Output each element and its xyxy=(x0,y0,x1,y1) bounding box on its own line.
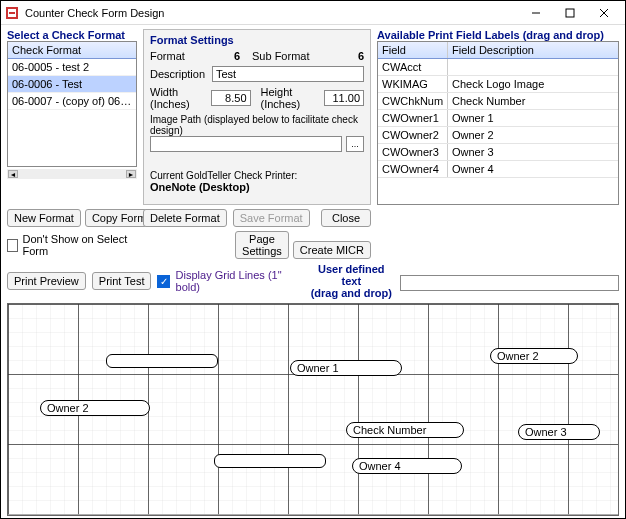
field-cell-name: CWOwner1 xyxy=(378,110,448,126)
field-table[interactable]: Field Field Description CWAcctWKIMAGChec… xyxy=(377,41,619,205)
format-settings-title: Format Settings xyxy=(150,34,364,46)
close-button[interactable] xyxy=(587,2,621,24)
app-icon xyxy=(5,6,19,20)
printer-label: Current GoldTeller Check Printer: xyxy=(150,170,364,181)
svg-rect-4 xyxy=(566,9,574,17)
new-format-button[interactable]: New Format xyxy=(7,209,81,227)
format-list-item[interactable]: 06-0005 - test 2 xyxy=(8,59,136,76)
field-cell-name: CWOwner2 xyxy=(378,127,448,143)
field-table-header: Field Field Description xyxy=(378,42,618,59)
field-cell-name: WKIMAG xyxy=(378,76,448,92)
field-cell-desc xyxy=(448,59,618,75)
field-cell-desc: Owner 3 xyxy=(448,144,618,160)
design-check-number[interactable]: Check Number xyxy=(346,422,464,438)
svg-rect-2 xyxy=(9,12,15,14)
field-table-row[interactable]: CWOwner1Owner 1 xyxy=(378,110,618,127)
design-owner1[interactable]: Owner 1 xyxy=(290,360,402,376)
height-input[interactable] xyxy=(324,90,364,106)
design-canvas[interactable]: Owner 1 Owner 2 Owner 2 Check Number Own… xyxy=(7,303,619,516)
field-cell-name: CWAcct xyxy=(378,59,448,75)
subformat-label: Sub Format xyxy=(252,50,309,62)
format-label: Format xyxy=(150,50,196,62)
minimize-button[interactable] xyxy=(519,2,553,24)
field-table-row[interactable]: CWAcct xyxy=(378,59,618,76)
scroll-right-icon[interactable]: ► xyxy=(126,170,136,178)
imagepath-input[interactable] xyxy=(150,136,342,152)
field-cell-desc: Check Logo Image xyxy=(448,76,618,92)
field-header-field: Field xyxy=(378,42,448,58)
display-grid-checkbox[interactable]: ✓ xyxy=(157,275,169,288)
format-value: 6 xyxy=(200,50,240,62)
user-defined-text-input[interactable] xyxy=(400,275,619,291)
window-buttons xyxy=(519,2,621,24)
display-grid-label: Display Grid Lines (1" bold) xyxy=(176,269,299,293)
dont-show-checkbox[interactable] xyxy=(7,239,18,252)
mid-column: Format Settings Format 6 Sub Format 6 De… xyxy=(143,29,371,205)
lower-toolbar: Print Preview Print Test ✓ Display Grid … xyxy=(7,263,619,299)
delete-format-button[interactable]: Delete Format xyxy=(143,209,227,227)
user-defined-text-label[interactable]: User defined text(drag and drop) xyxy=(310,263,392,299)
top-panels: Select a Check Format Check Format 06-00… xyxy=(7,29,619,205)
field-cell-name: CWChkNum xyxy=(378,93,448,109)
field-table-row[interactable]: CWOwner2Owner 2 xyxy=(378,127,618,144)
left-column: Select a Check Format Check Format 06-00… xyxy=(7,29,137,205)
create-micr-button[interactable]: Create MICR xyxy=(293,241,371,259)
format-list-hscroll[interactable]: ◄ ► xyxy=(7,169,137,179)
design-blank-1[interactable] xyxy=(106,354,218,368)
format-listbox[interactable]: Check Format 06-0005 - test 206-0006 - T… xyxy=(7,41,137,167)
print-test-button[interactable]: Print Test xyxy=(92,272,152,290)
select-format-title: Select a Check Format xyxy=(7,29,137,41)
field-cell-desc: Owner 4 xyxy=(448,161,618,177)
field-table-row[interactable]: WKIMAGCheck Logo Image xyxy=(378,76,618,93)
dont-show-label: Don't Show on Select Form xyxy=(22,233,137,257)
design-owner2-a[interactable]: Owner 2 xyxy=(490,348,578,364)
app-window: Counter Check Form Design Select a Check… xyxy=(0,0,626,519)
browse-button[interactable]: ... xyxy=(346,136,364,152)
field-table-row[interactable]: CWChkNumCheck Number xyxy=(378,93,618,110)
format-list-item[interactable]: 06-0007 - (copy of) 06-0006 - Test2 xyxy=(8,93,136,110)
imagepath-label: Image Path (displayed below to facilitat… xyxy=(150,114,364,136)
print-preview-button[interactable]: Print Preview xyxy=(7,272,86,290)
close-form-button[interactable]: Close xyxy=(321,209,371,227)
printer-value: OneNote (Desktop) xyxy=(150,181,364,193)
design-owner3[interactable]: Owner 3 xyxy=(518,424,600,440)
field-cell-name: CWOwner3 xyxy=(378,144,448,160)
field-cell-desc: Owner 1 xyxy=(448,110,618,126)
window-title: Counter Check Form Design xyxy=(25,7,519,19)
format-list-header: Check Format xyxy=(8,42,136,59)
description-label: Description xyxy=(150,68,208,80)
right-column: Available Print Field Labels (drag and d… xyxy=(377,29,619,205)
height-label: Height (Inches) xyxy=(261,86,320,110)
format-settings-panel: Format Settings Format 6 Sub Format 6 De… xyxy=(143,29,371,205)
subformat-value: 6 xyxy=(313,50,364,62)
design-owner2-b[interactable]: Owner 2 xyxy=(40,400,150,416)
content-area: Select a Check Format Check Format 06-00… xyxy=(1,25,625,518)
field-cell-desc: Check Number xyxy=(448,93,618,109)
save-format-button[interactable]: Save Format xyxy=(233,209,310,227)
field-table-row[interactable]: CWOwner3Owner 3 xyxy=(378,144,618,161)
field-header-desc: Field Description xyxy=(448,42,618,58)
scroll-left-icon[interactable]: ◄ xyxy=(8,170,18,178)
field-table-row[interactable]: CWOwner4Owner 4 xyxy=(378,161,618,178)
maximize-button[interactable] xyxy=(553,2,587,24)
titlebar: Counter Check Form Design xyxy=(1,1,625,25)
design-owner4[interactable]: Owner 4 xyxy=(352,458,462,474)
available-fields-title: Available Print Field Labels (drag and d… xyxy=(377,29,619,41)
design-blank-2[interactable] xyxy=(214,454,326,468)
width-input[interactable] xyxy=(211,90,251,106)
width-label: Width (Inches) xyxy=(150,86,207,110)
field-cell-desc: Owner 2 xyxy=(448,127,618,143)
format-list-item[interactable]: 06-0006 - Test xyxy=(8,76,136,93)
description-input[interactable] xyxy=(212,66,364,82)
page-settings-button[interactable]: PageSettings xyxy=(235,231,289,259)
field-cell-name: CWOwner4 xyxy=(378,161,448,177)
